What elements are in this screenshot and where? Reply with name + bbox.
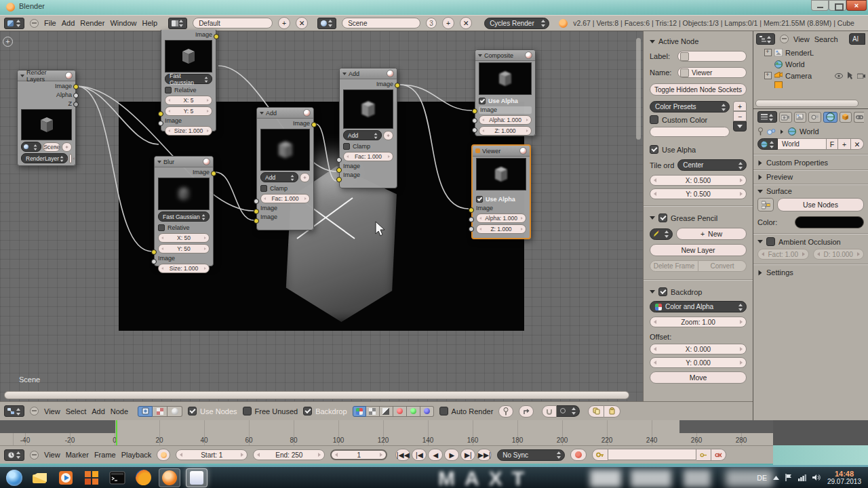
world-name-field[interactable]: World: [778, 138, 827, 150]
horizontal-scrollbar[interactable]: [4, 391, 629, 399]
panel-collapse-icon[interactable]: [759, 160, 762, 165]
add-layout-button[interactable]: +: [278, 17, 290, 29]
node-composite[interactable]: Composite Use Alpha Image Alpha: 1.000 Z…: [475, 49, 536, 136]
mix-color-button[interactable]: [383, 131, 393, 140]
node-add-mid[interactable]: Add Image Add Clamp Fac: 1.000 Image Ima…: [256, 107, 314, 230]
render-button[interactable]: [69, 154, 72, 163]
blur-x-field[interactable]: X: 50: [158, 233, 210, 243]
backdrop-alpha-icon[interactable]: [366, 406, 380, 417]
panel-collapse-icon[interactable]: [757, 190, 763, 193]
collapse-menus-icon[interactable]: [780, 35, 789, 43]
node-menu-node[interactable]: Node: [111, 407, 128, 415]
tab-world-icon[interactable]: [823, 112, 837, 123]
backdrop-zoom-field[interactable]: Zoom: 1.00: [650, 317, 747, 327]
record-button[interactable]: [570, 449, 587, 461]
input-socket-alpha[interactable]: [472, 118, 477, 123]
backdrop-color-alpha-icon[interactable]: [353, 406, 366, 417]
tree-type-texture-icon[interactable]: [153, 406, 167, 417]
outliner-menu-view[interactable]: View: [793, 35, 810, 43]
blend-mode-select[interactable]: Add: [260, 172, 298, 182]
alpha-field[interactable]: Alpha: 1.000: [476, 214, 526, 223]
toggle-hidden-sockets-button[interactable]: Toggle Hidden Node Sockets: [650, 83, 747, 96]
node-menu-add[interactable]: Add: [92, 407, 105, 415]
world-datablock-icon[interactable]: [757, 138, 778, 150]
use-alpha-checkbox[interactable]: [650, 145, 658, 154]
previous-keyframe-button[interactable]: |◀: [412, 449, 427, 461]
scene-icon[interactable]: [317, 18, 336, 29]
collapse-node-icon[interactable]: [157, 161, 161, 163]
node-color-swatch[interactable]: [650, 127, 730, 137]
grease-pencil-checkbox[interactable]: [658, 214, 667, 222]
unlink-datablock-button[interactable]: ✕: [851, 138, 864, 150]
tab-scene-icon[interactable]: [808, 112, 821, 123]
ambient-occlusion-checkbox[interactable]: [766, 237, 775, 246]
network-icon[interactable]: [798, 474, 806, 481]
menu-help[interactable]: Help: [142, 19, 158, 27]
new-layer-button[interactable]: New Layer: [650, 244, 747, 256]
play-button[interactable]: ▶: [444, 449, 459, 461]
blur-y-field[interactable]: Y: 5: [165, 106, 212, 116]
collapse-node-icon[interactable]: [260, 112, 264, 115]
input-socket-image[interactable]: [151, 249, 157, 255]
blur-size-field[interactable]: Size: 1.000: [165, 126, 212, 136]
panel-collapse-icon[interactable]: [759, 174, 762, 180]
panel-collapse-icon[interactable]: [650, 216, 655, 220]
node-menu-view[interactable]: View: [44, 407, 60, 415]
input-socket-size[interactable]: [151, 259, 157, 264]
output-socket-image[interactable]: [211, 171, 216, 176]
output-socket-image[interactable]: [311, 122, 317, 127]
jump-to-end-button[interactable]: ▶▶|: [477, 449, 492, 461]
minimize-button[interactable]: [811, 0, 829, 11]
panel-collapse-icon[interactable]: [650, 40, 655, 43]
language-indicator[interactable]: DE: [757, 474, 767, 482]
input-socket-image1[interactable]: [336, 167, 342, 173]
backdrop-green-icon[interactable]: [407, 406, 420, 417]
tab-constraints-icon[interactable]: [854, 112, 864, 123]
blur-size-field[interactable]: Size: 1.000: [158, 264, 210, 273]
backdrop-channel-select[interactable]: Color and Alpha: [650, 301, 747, 312]
output-socket-image[interactable]: [395, 83, 400, 88]
tab-render-layers-icon[interactable]: [794, 112, 807, 123]
screen-layout-icon[interactable]: [168, 18, 187, 29]
close-button[interactable]: ×: [846, 0, 867, 11]
taskbar-mediaplayer-icon[interactable]: [56, 469, 76, 487]
editor-type-node-icon[interactable]: [4, 405, 24, 417]
free-unused-toggle[interactable]: Free Unused: [243, 407, 298, 415]
tray-expand-icon[interactable]: [773, 476, 779, 480]
output-socket-z[interactable]: [73, 102, 79, 107]
use-alpha-checkbox[interactable]: [479, 98, 486, 104]
fac-field[interactable]: Fac: 1.000: [260, 194, 310, 203]
preset-menu-button[interactable]: [733, 121, 747, 131]
color-presets-select[interactable]: Color Presets: [650, 101, 730, 113]
node-blur-top[interactable]: Image Fast Gaussian Relative X: 5 Y: 5 I…: [161, 30, 216, 131]
copy-nodes-icon[interactable]: [588, 405, 604, 418]
scene-extra-button[interactable]: [62, 142, 72, 152]
timeline-menu-marker[interactable]: Marker: [66, 451, 89, 459]
node-editor-canvas[interactable]: + Render Layers: [0, 31, 644, 401]
volume-icon[interactable]: [812, 474, 821, 481]
end-frame-field[interactable]: End: 250: [253, 449, 325, 460]
node-render-layers[interactable]: Render Layers Image Alpha Z Scene Render…: [17, 70, 76, 166]
preset-remove-button[interactable]: −: [733, 111, 747, 121]
relative-checkbox[interactable]: [158, 224, 165, 231]
keying-set-field[interactable]: [608, 449, 696, 460]
fake-user-button[interactable]: F: [827, 138, 838, 150]
backdrop-red-icon[interactable]: [393, 406, 407, 417]
current-frame-field[interactable]: 1: [330, 449, 387, 460]
backdrop-toggle[interactable]: Backdrop: [303, 407, 347, 415]
delete-scene-button[interactable]: ✕: [460, 17, 472, 29]
menu-add[interactable]: Add: [62, 19, 75, 27]
tab-render-icon[interactable]: [779, 112, 792, 123]
convert-button[interactable]: Convert: [698, 260, 747, 272]
timeline-menu-view[interactable]: View: [44, 451, 60, 459]
preview-range-icon[interactable]: [157, 449, 170, 461]
menu-file[interactable]: File: [44, 19, 56, 27]
node-blur-left[interactable]: Blur Image Fast Gaussian Relative X: 50 …: [154, 156, 214, 266]
output-socket-image[interactable]: [214, 34, 219, 39]
render-layer-select[interactable]: RenderLayer: [21, 153, 68, 163]
output-socket-image[interactable]: [73, 84, 79, 89]
add-scene-button[interactable]: +: [442, 17, 454, 29]
blur-x-field[interactable]: X: 5: [165, 96, 212, 105]
scene-users-badge[interactable]: 3: [426, 18, 437, 28]
selectable-icon[interactable]: [847, 72, 853, 79]
